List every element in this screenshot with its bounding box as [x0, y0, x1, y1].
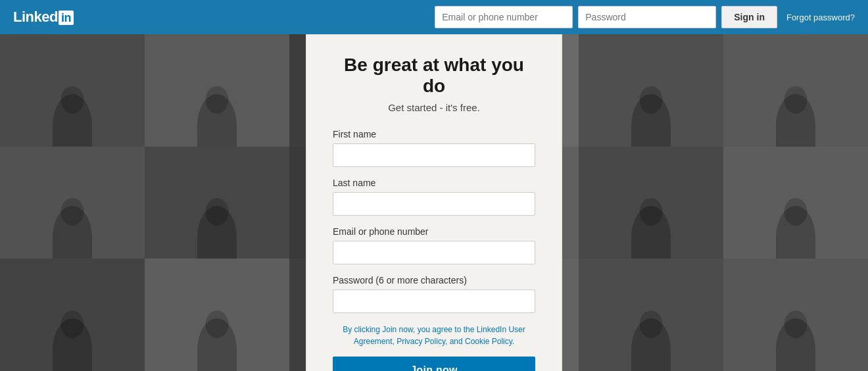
bg-photo-5 — [579, 34, 723, 147]
bg-photo-18 — [723, 259, 868, 371]
last-name-label: Last name — [333, 178, 535, 188]
logo-text: Linkedin — [13, 9, 74, 26]
email-group: Email or phone number — [333, 226, 535, 264]
signin-button[interactable]: Sign in — [721, 6, 777, 28]
first-name-group: First name — [333, 129, 535, 167]
modal-title: Be great at what you do — [333, 55, 535, 97]
last-name-input[interactable] — [333, 192, 535, 216]
password-group: Password (6 or more characters) — [333, 275, 535, 313]
email-input[interactable] — [333, 241, 535, 264]
modal-subtitle: Get started - it's free. — [333, 102, 535, 113]
bg-photo-12 — [723, 147, 868, 259]
bg-photo-2 — [145, 34, 289, 147]
header-email-input[interactable] — [435, 6, 573, 28]
bg-photo-13 — [0, 259, 145, 371]
bg-photo-1 — [0, 34, 145, 147]
bg-photo-14 — [145, 259, 289, 371]
password-label: Password (6 or more characters) — [333, 275, 535, 285]
logo-in: in — [59, 11, 74, 25]
bg-photo-11 — [579, 147, 723, 259]
bg-photo-6 — [723, 34, 868, 147]
agreement-text: By clicking Join now, you agree to the L… — [333, 324, 535, 347]
bg-photo-17 — [579, 259, 723, 371]
first-name-input[interactable] — [333, 143, 535, 167]
bg-photo-8 — [145, 147, 289, 259]
first-name-label: First name — [333, 129, 535, 139]
header-password-input[interactable] — [578, 6, 716, 28]
registration-modal: Be great at what you do Get started - it… — [306, 34, 562, 371]
password-input[interactable] — [333, 289, 535, 313]
logo-area: Linkedin — [13, 9, 74, 26]
bg-photo-7 — [0, 147, 145, 259]
header-nav: Sign in Forgot password? — [435, 6, 855, 28]
last-name-group: Last name — [333, 178, 535, 216]
email-label: Email or phone number — [333, 226, 535, 237]
join-now-button[interactable]: Join now — [333, 357, 535, 371]
forgot-password-link[interactable]: Forgot password? — [786, 12, 855, 22]
header: Linkedin Sign in Forgot password? — [0, 0, 868, 34]
